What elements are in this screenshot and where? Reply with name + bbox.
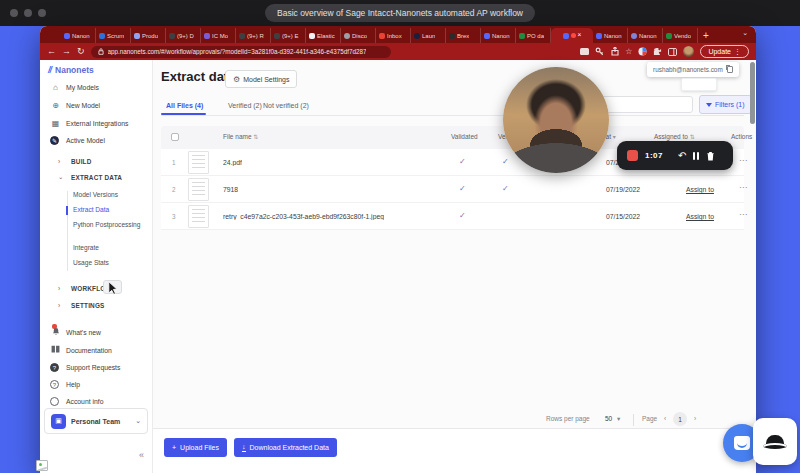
browser-tab[interactable]: (9+) R [236, 28, 271, 43]
tab-all-files[interactable]: All Files (4) [166, 102, 203, 109]
sidebar-item-whats-new[interactable]: What's new [40, 324, 153, 340]
browser-tab[interactable]: Laun [411, 28, 446, 43]
extensions-puzzle-icon[interactable] [653, 47, 662, 56]
nanonets-logo[interactable]: // Nanonets [48, 65, 94, 75]
browser-tab[interactable]: Nanon [481, 28, 516, 43]
file-thumbnail[interactable] [188, 151, 209, 174]
traffic-zoom-icon[interactable] [38, 9, 46, 17]
tab-overflow-chevron-icon[interactable]: ⌄ [742, 29, 748, 37]
browser-tab[interactable]: Vendo [663, 28, 698, 43]
assign-to-link[interactable]: Assign to [686, 186, 714, 193]
prev-page-icon[interactable]: ‹ [664, 415, 666, 422]
sidebar-section-settings[interactable]: › SETTINGS [40, 297, 153, 313]
browser-tab[interactable]: Nanon [593, 28, 628, 43]
traffic-minimize-icon[interactable] [24, 9, 32, 17]
sidebar-section-build[interactable]: › BUILD [40, 153, 153, 169]
bookmark-star-icon[interactable]: ☆ [625, 48, 632, 56]
forward-icon[interactable]: → [62, 47, 71, 56]
pause-recording-icon[interactable] [693, 152, 699, 160]
browser-tab[interactable]: IC Mo [201, 28, 236, 43]
update-button[interactable]: Update ⋮ [700, 45, 749, 58]
file-name[interactable]: 7918 [223, 186, 238, 193]
sidebar-section-workflow[interactable]: › WORKFLOW [40, 280, 153, 296]
scrollbar-thumb[interactable] [750, 62, 755, 124]
sidebar-collapse-icon[interactable]: « [139, 450, 144, 460]
sort-icon[interactable]: ⇅ [253, 134, 258, 140]
browser-tab[interactable]: (9+) D [166, 28, 201, 43]
url-bar[interactable]: app.nanonets.com/#/workflow/approvals/?m… [91, 46, 391, 58]
table-row[interactable]: 3 retry_c4e97a2c-c203-453f-aeb9-ebd9f263… [161, 203, 744, 230]
recorder-widget-button[interactable] [753, 418, 797, 465]
sidebar-item-external-integrations[interactable]: ▦ External Integrations [40, 115, 153, 131]
webcam-overlay[interactable] [503, 67, 609, 173]
browser-tab[interactable]: Nanon [61, 28, 96, 43]
sidebar-item-account-info[interactable]: Account info [40, 393, 153, 409]
model-settings-button[interactable]: ⚙ Model Settings [225, 70, 297, 88]
password-key-icon[interactable] [595, 47, 604, 56]
browser-tab[interactable]: Nanon [628, 28, 663, 43]
traffic-close-icon[interactable] [10, 9, 18, 17]
more-menu-icon[interactable]: ⋮ [734, 48, 741, 56]
sidebar-item-active-model[interactable]: ✎ Active Model [40, 132, 153, 148]
sidebar-item-documentation[interactable]: Documentation [40, 342, 153, 358]
sidebar-item-python-postprocessing[interactable]: Python Postprocessing [73, 221, 145, 229]
row-actions-icon[interactable]: ⋯ [739, 210, 747, 219]
file-name[interactable]: 24.pdf [223, 159, 242, 166]
download-extracted-data-button[interactable]: ↓ Download Extracted Data [234, 438, 337, 457]
assign-to-link[interactable]: Assign to [686, 213, 714, 220]
sidebar-section-extract-data[interactable]: ⌄ EXTRACT DATA [40, 169, 153, 185]
browser-tab[interactable]: Inbox [376, 28, 411, 43]
sort-icon[interactable]: ⇅ [690, 134, 695, 140]
rows-per-page-value[interactable]: 50 [605, 415, 612, 422]
sidebar-item-new-model[interactable]: ⊕ New Model [40, 97, 153, 113]
profile-avatar[interactable] [683, 46, 694, 57]
reload-icon[interactable]: ↻ [77, 47, 85, 56]
current-page[interactable]: 1 [673, 412, 687, 426]
intercom-chat-button[interactable] [723, 424, 756, 462]
browser-tab[interactable]: Scrum [96, 28, 131, 43]
browser-tab-active[interactable]: × [551, 28, 593, 43]
tab-close-icon[interactable]: × [578, 32, 582, 39]
new-tab-button[interactable]: + [703, 28, 709, 43]
media-control-icon[interactable] [580, 47, 589, 56]
sidebar-item-help[interactable]: ? Help [40, 376, 153, 392]
sidebar-item-integrate[interactable]: Integrate [73, 244, 145, 252]
caret-down-icon[interactable]: ▾ [613, 134, 616, 140]
restart-recording-icon[interactable]: ↶ [678, 151, 686, 161]
column-validated[interactable]: Validated [451, 133, 478, 140]
column-file-name[interactable]: File name ⇅ [223, 133, 258, 140]
stop-recording-button[interactable] [627, 150, 638, 161]
browser-tab[interactable]: (9+) E [271, 28, 306, 43]
sidebar-item-support-requests[interactable]: ? Support Requests [40, 359, 153, 375]
team-selector[interactable]: ▣ Personal Team ⌄ [44, 408, 148, 434]
share-icon[interactable] [610, 47, 619, 56]
next-page-icon[interactable]: › [694, 415, 696, 422]
sidebar-item-model-versions[interactable]: Model Versions [73, 191, 145, 199]
browser-tab[interactable]: Disco [341, 28, 376, 43]
sidebar-item-my-models[interactable]: ⌂ My Models [40, 79, 153, 95]
file-thumbnail[interactable] [188, 205, 209, 228]
side-panel-icon[interactable] [668, 47, 677, 56]
select-all-checkbox[interactable] [171, 133, 179, 141]
tab-verified[interactable]: Verified (2) [228, 102, 262, 109]
copy-icon[interactable] [727, 66, 733, 73]
column-assigned-to[interactable]: Assigned to ⇅ [654, 133, 695, 140]
filters-button[interactable]: Filters (1) [699, 95, 752, 114]
upload-files-button[interactable]: + Upload Files [164, 438, 227, 457]
back-icon[interactable]: ← [47, 47, 56, 56]
table-row[interactable]: 2 7918 ✓ ✓ 07/19/2022 Assign to ⋯ [161, 176, 744, 203]
browser-tab[interactable]: Elastic [306, 28, 341, 43]
browser-tab[interactable]: Brex [446, 28, 481, 43]
browser-tab[interactable]: PO da [516, 28, 551, 43]
tab-not-verified[interactable]: Not verified (2) [263, 102, 309, 109]
sidebar-item-usage-stats[interactable]: Usage Stats [73, 259, 145, 267]
sidebar-item-extract-data[interactable]: Extract Data [73, 206, 145, 214]
browser-tab[interactable]: Produ [131, 28, 166, 43]
file-name[interactable]: retry_c4e97a2c-c203-453f-aeb9-ebd9f263c8… [223, 213, 384, 220]
row-actions-icon[interactable]: ⋯ [739, 156, 747, 165]
extension-colorful-icon[interactable] [638, 47, 647, 56]
delete-recording-icon[interactable] [706, 147, 715, 165]
file-thumbnail[interactable] [188, 178, 209, 201]
caret-down-icon[interactable]: ▾ [617, 415, 620, 423]
row-actions-icon[interactable]: ⋯ [739, 183, 747, 192]
